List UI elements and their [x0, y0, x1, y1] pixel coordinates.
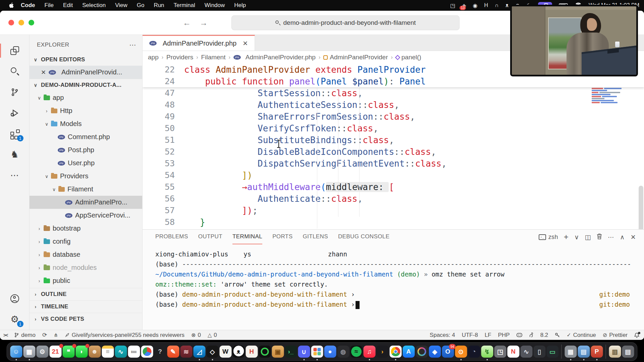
- dock-openvpn-icon[interactable]: ⊙: [455, 346, 467, 358]
- status-8-2[interactable]: 8.2: [540, 332, 548, 339]
- code-line-47[interactable]: 47StartSession::class,: [143, 87, 644, 99]
- tree-item-bootstrap[interactable]: ›bootstrap: [30, 222, 142, 235]
- menu-item-window[interactable]: Window: [200, 2, 229, 9]
- status-copilot[interactable]: [517, 333, 522, 337]
- code-line-58[interactable]: 58}: [143, 216, 644, 228]
- pet-app-icon[interactable]: ᴥ: [505, 2, 509, 8]
- split-terminal-button[interactable]: ◫: [585, 233, 591, 241]
- dock-adobe-creative-cloud-icon[interactable]: [416, 346, 428, 358]
- h-app-icon[interactable]: H: [484, 2, 488, 8]
- dock-activity-ring-app-icon[interactable]: [259, 346, 271, 358]
- close-panel-button[interactable]: ✕: [631, 233, 636, 241]
- dock-warp-terminal-icon[interactable]: ›: [376, 346, 388, 358]
- panel-tab-output[interactable]: OUTPUT: [198, 230, 222, 244]
- dock-monitor-app-icon[interactable]: ▭: [546, 346, 558, 358]
- menu-item-view[interactable]: View: [110, 2, 132, 9]
- terminal-output[interactable]: xiong-chiamiov-plus ys zhann(base) -----…: [143, 244, 644, 330]
- dock-app-store-icon[interactable]: A: [402, 346, 415, 358]
- tree-item-database[interactable]: ›database: [30, 248, 142, 261]
- dock-unity-icon[interactable]: ◇: [206, 346, 218, 358]
- panel-tab-problems[interactable]: PROBLEMS: [155, 230, 188, 244]
- dock-database-app-icon[interactable]: ≋: [180, 346, 192, 358]
- menu-item-edit[interactable]: Edit: [58, 2, 77, 9]
- dock-colorful-grid-app-icon[interactable]: [311, 346, 323, 358]
- dock-charge-app-icon[interactable]: ↯: [481, 346, 493, 358]
- dock-system-settings-icon[interactable]: ⚙: [36, 346, 48, 358]
- activity-search-icon[interactable]: [0, 61, 30, 82]
- section-outline[interactable]: ›OUTLINE: [30, 288, 142, 300]
- dock-tan-window-app-icon[interactable]: ▣: [272, 346, 284, 358]
- dock-outlook-icon[interactable]: O94: [442, 346, 454, 358]
- dock-photos-icon[interactable]: [141, 346, 153, 358]
- open-editor-item[interactable]: ✕ php AdminPanelProvid...: [30, 66, 142, 79]
- dock-iphone-mirroring-icon[interactable]: ▯: [533, 346, 545, 358]
- tree-item-providers[interactable]: ∨Providers: [30, 170, 142, 183]
- code-line-52[interactable]: 52DisableBladeIconComponents::class,: [143, 146, 644, 158]
- status-squirrel[interactable]: [529, 333, 534, 338]
- dock-discord-icon[interactable]: ∪: [298, 346, 310, 358]
- menu-item-go[interactable]: Go: [132, 2, 149, 9]
- menu-item-terminal[interactable]: Terminal: [169, 2, 200, 9]
- tree-item-node-modules[interactable]: ›node_modules: [30, 261, 142, 274]
- dock-speedtest-icon[interactable]: ◔: [468, 346, 480, 358]
- dock-n-red-app-icon[interactable]: N: [507, 346, 519, 358]
- dock-powerpoint-icon[interactable]: P: [591, 346, 603, 358]
- editor-scrollbar[interactable]: [639, 186, 643, 229]
- status-sync[interactable]: ⟳: [42, 331, 47, 339]
- activity-vscode-pets-kangaroo-icon[interactable]: ♞: [0, 144, 30, 165]
- dock-stats-app-icon[interactable]: ∿: [520, 346, 532, 358]
- dock-desktop-preview-icon[interactable]: ▤: [578, 346, 590, 358]
- dock-calendar-icon[interactable]: 21: [49, 346, 61, 358]
- activity-source-control-icon[interactable]: [0, 82, 30, 103]
- traffic-lights[interactable]: [0, 20, 34, 25]
- dock-hazel-h-app-icon[interactable]: H: [246, 346, 258, 358]
- dock-dark-terminal-app-icon[interactable]: ›_: [285, 346, 297, 358]
- adobe-cc-icon[interactable]: ◉: [473, 2, 478, 9]
- dock-archive-box-icon[interactable]: ▥: [609, 346, 621, 358]
- status-utf-8[interactable]: UTF-8: [462, 332, 478, 339]
- dock-launchpad-icon[interactable]: ▦: [23, 346, 35, 358]
- activity-explorer-icon[interactable]: [0, 40, 30, 61]
- status-error[interactable]: ⊗0: [191, 332, 201, 339]
- breadcrumb-item[interactable]: Filament: [201, 54, 226, 61]
- code-line-48[interactable]: 48AuthenticateSession::class,: [143, 99, 644, 111]
- activity-more-icon[interactable]: ⋯: [0, 165, 30, 186]
- dock-finder-icon[interactable]: ☺: [10, 346, 22, 358]
- status-spaces-4[interactable]: Spaces: 4: [430, 332, 455, 339]
- menu-item-code[interactable]: Code: [16, 2, 40, 9]
- history-back-button[interactable]: ←: [183, 18, 191, 27]
- screen-capture-icon[interactable]: ◳: [450, 2, 455, 9]
- command-center-search[interactable]: demo-admin-product-and-beyond-with-filam…: [231, 15, 460, 30]
- terminal-dropdown-button[interactable]: ∨: [574, 233, 579, 241]
- tree-item-user-php[interactable]: phpUser.php: [30, 157, 142, 170]
- code-line-50[interactable]: 50VerifyCsrfToken::class,: [143, 122, 644, 134]
- status-rocket[interactable]: Givelify/services-panel#255 needs review…: [65, 332, 184, 339]
- sidebar-more-actions[interactable]: ⋯: [129, 41, 137, 49]
- shell-indicator[interactable]: ›_zsh: [539, 234, 558, 241]
- dock-github-desktop-icon[interactable]: ᴥ: [232, 346, 245, 358]
- dock-missing-app-icon[interactable]: ?: [154, 346, 166, 358]
- activity-extensions-icon[interactable]: 1: [0, 123, 30, 144]
- tab-adminpanelprovider[interactable]: php AdminPanelProvider.php ✕: [143, 35, 255, 51]
- code-line-54[interactable]: 54]): [143, 169, 644, 181]
- tree-item-models[interactable]: ∨Models: [30, 117, 142, 130]
- headphones-icon[interactable]: ∩: [495, 2, 499, 8]
- dock-reminders-icon[interactable]: ≔: [128, 346, 140, 358]
- activity-run-debug-icon[interactable]: [0, 103, 30, 123]
- status-warn[interactable]: △0: [208, 332, 217, 339]
- zoom-window-button[interactable]: [29, 20, 34, 25]
- tree-item-post-php[interactable]: phpPost.php: [30, 143, 142, 157]
- status-remote[interactable]: ><: [3, 333, 7, 338]
- history-forward-button[interactable]: →: [200, 18, 208, 27]
- close-window-button[interactable]: [8, 20, 14, 25]
- dropbox-icon[interactable]: ◈13: [462, 2, 466, 9]
- status-branch[interactable]: demo: [14, 332, 36, 339]
- code-line-57[interactable]: 57]);: [143, 204, 644, 216]
- dock-teal-wave-app-icon[interactable]: ∿: [115, 346, 127, 358]
- tree-item-public[interactable]: ›public: [30, 274, 142, 287]
- status-lf[interactable]: LF: [485, 332, 491, 339]
- workspace-root-header[interactable]: ∨DEMO-ADMIN-PRODUCT-A...: [30, 79, 142, 91]
- tree-item-app[interactable]: ∨app: [30, 91, 142, 104]
- tree-item-config[interactable]: ›config: [30, 235, 142, 248]
- status-slash[interactable]: ⊘Prettier: [603, 332, 628, 339]
